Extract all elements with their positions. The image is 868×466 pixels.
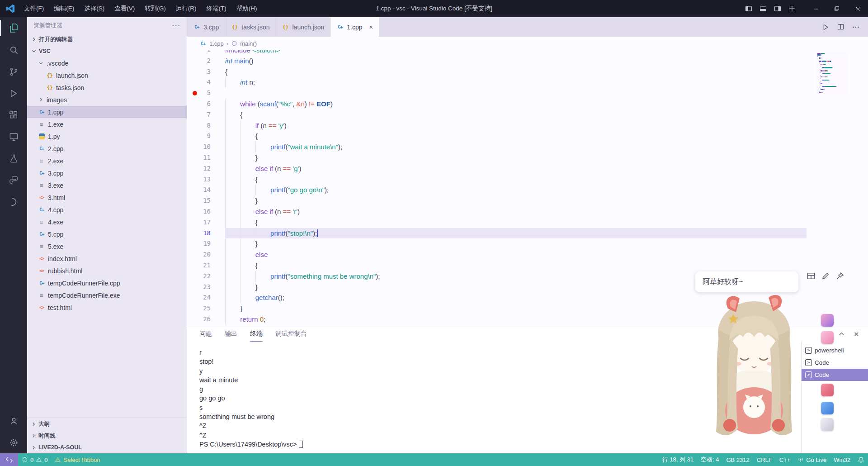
activity-extensions-icon[interactable] xyxy=(0,104,27,126)
live2d-panel-icon[interactable] xyxy=(807,271,816,281)
menu-item[interactable]: 文件(F) xyxy=(19,0,49,17)
terminal-output[interactable]: rstop!ywait a minuteggo go gossomething … xyxy=(187,342,801,453)
tab-launch.json[interactable]: {}launch.json xyxy=(276,17,331,37)
activity-account-icon[interactable] xyxy=(0,410,27,432)
breadcrumb-file[interactable]: 1.cpp xyxy=(209,40,224,47)
activity-testing-icon[interactable] xyxy=(0,147,27,169)
code-line[interactable]: 13{ xyxy=(187,174,868,185)
code-line[interactable]: 19} xyxy=(187,238,868,249)
section-LIVE2D-A-SOUL[interactable]: LIVE2D-A-SOUL xyxy=(27,442,187,453)
code-line[interactable]: 10printf("wait a minute\n"); xyxy=(187,142,868,152)
status-eol[interactable]: CRLF xyxy=(753,453,776,466)
tree-item-.vscode[interactable]: .vscode xyxy=(27,57,187,69)
activity-python-icon[interactable] xyxy=(0,169,27,191)
code-line[interactable]: 26return 0; xyxy=(187,314,868,325)
code-line[interactable]: 25} xyxy=(187,303,868,314)
terminal-instance-Code[interactable]: >Code xyxy=(802,357,868,369)
tree-item-5.exe[interactable]: ≡5.exe xyxy=(27,240,187,252)
section-root-folder[interactable]: VSC xyxy=(27,45,187,57)
tree-item-3.cpp[interactable]: C+3.cpp xyxy=(27,167,187,179)
code-line[interactable]: 8if (n == 'y') xyxy=(187,120,868,131)
code-line[interactable]: 11} xyxy=(187,152,868,163)
status-indent[interactable]: 空格: 4 xyxy=(697,453,722,466)
menu-item[interactable]: 帮助(H) xyxy=(231,0,262,17)
menu-item[interactable]: 查看(V) xyxy=(109,0,140,17)
tree-item-1.cpp[interactable]: C+1.cpp xyxy=(27,106,187,118)
minimap[interactable] xyxy=(816,52,847,95)
activity-run-debug-icon[interactable] xyxy=(0,82,27,104)
minimize-button[interactable] xyxy=(806,0,826,17)
tree-item-4.exe[interactable]: ≡4.exe xyxy=(27,216,187,228)
tree-item-tasks.json[interactable]: {}tasks.json xyxy=(27,81,187,94)
problems-status[interactable]: 0 0 xyxy=(18,453,51,466)
code-line[interactable]: 9{ xyxy=(187,131,868,142)
code-line[interactable]: 4int n; xyxy=(187,77,868,88)
status-golive[interactable]: Go Live xyxy=(794,453,830,466)
activity-explorer-icon[interactable] xyxy=(0,17,27,39)
code-line[interactable]: 17{ xyxy=(187,217,868,228)
toggle-secondary-sidebar-icon[interactable] xyxy=(774,5,781,12)
status-platform[interactable]: Win32 xyxy=(830,453,854,466)
run-code-icon[interactable] xyxy=(821,23,830,31)
panel-close-icon[interactable] xyxy=(853,331,860,338)
activity-live2d-icon[interactable] xyxy=(0,191,27,213)
menu-item[interactable]: 终端(T) xyxy=(202,0,231,17)
code-line[interactable]: 5 xyxy=(187,88,868,99)
restore-button[interactable] xyxy=(826,0,847,17)
notifications-bell-icon[interactable] xyxy=(854,453,868,466)
breadcrumb-symbol[interactable]: main() xyxy=(240,40,257,47)
code-line[interactable]: 12else if (n == 'g') xyxy=(187,163,868,174)
remote-indicator[interactable] xyxy=(0,453,18,466)
tree-item-2.cpp[interactable]: C+2.cpp xyxy=(27,143,187,155)
code-line[interactable]: 15} xyxy=(187,195,868,206)
code-line[interactable]: 21{ xyxy=(187,260,868,271)
tree-item-2.exe[interactable]: ≡2.exe xyxy=(27,155,187,167)
split-editor-icon[interactable] xyxy=(837,23,844,31)
code-line[interactable]: 14printf("go go go\n"); xyxy=(187,185,868,195)
customize-layout-icon[interactable] xyxy=(788,5,796,12)
activity-search-icon[interactable] xyxy=(0,39,27,61)
section-时间线[interactable]: 时间线 xyxy=(27,430,187,442)
section-大纲[interactable]: 大纲 xyxy=(27,418,187,430)
terminal-instance-Code[interactable]: >Code xyxy=(802,369,868,381)
tab-1.cpp[interactable]: C+1.cpp× xyxy=(330,17,379,37)
tree-item-1.exe[interactable]: ≡1.exe xyxy=(27,118,187,130)
code-line[interactable]: 1#include <stdio.h> xyxy=(187,50,868,56)
close-window-button[interactable] xyxy=(847,0,868,17)
code-line[interactable]: 6while (scanf("%c", &n) != EOF) xyxy=(187,99,868,109)
status-encoding[interactable]: GB 2312 xyxy=(722,453,753,466)
menu-item[interactable]: 运行(R) xyxy=(171,0,202,17)
code-line[interactable]: 20else xyxy=(187,249,868,260)
status-language[interactable]: C++ xyxy=(776,453,794,466)
activity-settings-icon[interactable] xyxy=(0,432,27,453)
tree-item-launch.json[interactable]: {}launch.json xyxy=(27,69,187,81)
code-line[interactable]: 2int main() xyxy=(187,56,868,67)
activity-remote-explorer-icon[interactable] xyxy=(0,126,27,147)
breadcrumb[interactable]: C+ 1.cpp › main() xyxy=(187,37,868,50)
tree-item-3.exe[interactable]: ≡3.exe xyxy=(27,179,187,191)
tree-item-1.py[interactable]: 1.py xyxy=(27,130,187,143)
tree-item-rubbish.html[interactable]: <>rubbish.html xyxy=(27,265,187,277)
panel-tab-输出[interactable]: 输出 xyxy=(225,327,237,342)
explorer-more-actions-icon[interactable]: ··· xyxy=(172,21,180,29)
activity-source-control-icon[interactable] xyxy=(0,61,27,82)
tree-item-4.cpp[interactable]: C+4.cpp xyxy=(27,204,187,216)
panel-tab-终端[interactable]: 终端 xyxy=(250,327,263,342)
code-line[interactable]: 7{ xyxy=(187,109,868,120)
close-tab-icon[interactable]: × xyxy=(369,24,373,30)
tree-item-tempCodeRunnerFile.cpp[interactable]: C+tempCodeRunnerFile.cpp xyxy=(27,277,187,289)
code-line[interactable]: 3{ xyxy=(187,67,868,77)
code-line[interactable]: 18printf("stop!\n"); xyxy=(187,228,868,239)
tree-item-3.html[interactable]: <>3.html xyxy=(27,191,187,204)
tab-3.cpp[interactable]: C+3.cpp xyxy=(187,17,225,37)
menu-item[interactable]: 选择(S) xyxy=(79,0,109,17)
code-line[interactable]: 16else if (n == 'r') xyxy=(187,206,868,217)
menu-item[interactable]: 编辑(E) xyxy=(49,0,79,17)
panel-tab-调试控制台[interactable]: 调试控制台 xyxy=(275,327,307,342)
tab-tasks.json[interactable]: {}tasks.json xyxy=(225,17,276,37)
tree-item-tempCodeRunnerFile.exe[interactable]: ≡tempCodeRunnerFile.exe xyxy=(27,289,187,301)
section-open-editors[interactable]: 打开的编辑器 xyxy=(27,33,187,45)
tree-item-5.cpp[interactable]: C+5.cpp xyxy=(27,228,187,240)
toggle-sidebar-icon[interactable] xyxy=(745,5,752,12)
live2d-pin-icon[interactable] xyxy=(835,271,844,281)
